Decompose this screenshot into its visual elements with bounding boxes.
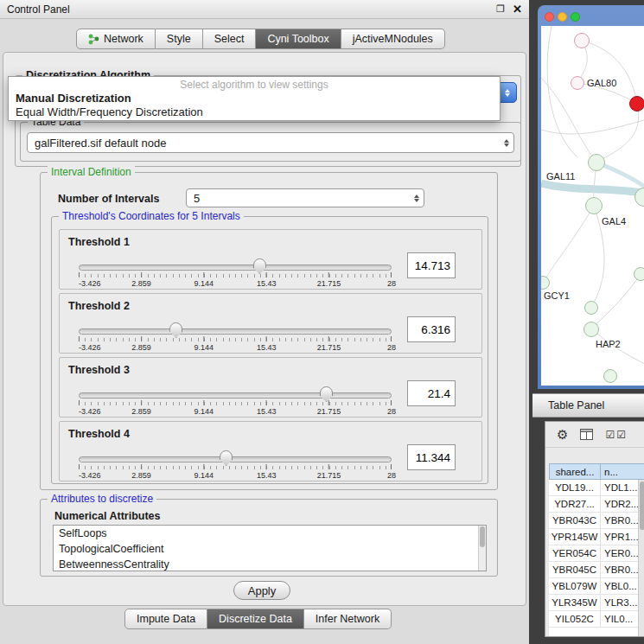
numerical-attributes-heading: Numerical Attributes xyxy=(54,510,160,522)
table-row[interactable]: YDL19...YDL1... xyxy=(549,480,644,496)
tick-label: 2.859 xyxy=(131,343,151,352)
float-window-icon[interactable]: ❐ xyxy=(496,3,505,15)
cyni-toolbox-panel: Discretization Algorithm Select algorith… xyxy=(3,52,526,606)
threshold-value-field[interactable] xyxy=(407,252,456,278)
gear-icon[interactable]: ⚙ xyxy=(557,427,568,443)
network-node[interactable] xyxy=(588,154,605,171)
zoom-traffic-light-icon[interactable] xyxy=(571,12,580,22)
slider-track[interactable] xyxy=(79,392,392,399)
tab-impute-data[interactable]: Impute Data xyxy=(124,609,207,629)
list-item[interactable]: SelfLoops xyxy=(54,526,486,541)
tick-label: 9.144 xyxy=(194,279,214,288)
threshold-slider[interactable]: -3.426 2.859 9.144 15.43 21.715 28 xyxy=(79,389,392,418)
table-row[interactable]: YER054CYER0... xyxy=(549,545,644,562)
network-node[interactable] xyxy=(574,33,590,48)
tab-cyni-toolbox[interactable]: Cyni Toolbox xyxy=(256,29,341,49)
tick-label: 21.715 xyxy=(317,279,341,288)
table-row[interactable]: YLR345WYLR3... xyxy=(549,595,644,611)
list-item[interactable]: TopologicalCoefficient xyxy=(54,541,486,557)
tab-select[interactable]: Select xyxy=(203,29,257,49)
threshold-slider[interactable]: -3.426 2.859 9.144 15.43 21.715 28 xyxy=(79,325,392,354)
slider-track[interactable] xyxy=(79,328,392,335)
table-row[interactable]: YIL052CYIL0... xyxy=(549,611,644,628)
slider-track[interactable] xyxy=(79,456,392,462)
apply-button[interactable]: Apply xyxy=(233,581,290,600)
algorithm-dropdown-popup: Select algorithm to view settings Manual… xyxy=(8,76,501,121)
column-header[interactable]: n... xyxy=(601,463,644,480)
network-view-window: GAL80 GAL11 GAL4 GCY1 HAP2 xyxy=(538,5,644,389)
tick-label: 15.43 xyxy=(257,279,277,288)
tab-select-label: Select xyxy=(214,33,245,45)
combo-arrows-icon xyxy=(504,133,509,152)
network-node[interactable] xyxy=(634,267,644,281)
tab-network[interactable]: Network xyxy=(76,29,156,49)
slider-track[interactable] xyxy=(79,265,392,271)
table-row[interactable]: YDR27...YDR2... xyxy=(549,496,644,513)
table-cell: YBL079W xyxy=(549,578,601,594)
number-of-intervals-value: 5 xyxy=(194,192,200,205)
table-cell: YIL052C xyxy=(549,611,601,627)
table-data-select[interactable]: galFiltered.sif default node xyxy=(27,132,514,153)
table-cell: YBR045C xyxy=(549,562,601,577)
bottom-tab-bar: Impute Data Discretize Data Infer Networ… xyxy=(124,609,392,629)
tick-label: -3.426 xyxy=(79,279,101,288)
tick-label: 2.859 xyxy=(131,471,151,480)
number-of-intervals-label: Number of Intervals xyxy=(58,193,159,205)
top-tab-bar: Network Style Select Cyni Toolbox jActiv… xyxy=(76,29,445,49)
table-row[interactable]: YPR145WYPR1... xyxy=(549,529,644,545)
table-data-selected-value: galFiltered.sif default node xyxy=(35,137,166,150)
table-cell: YLR345W xyxy=(549,595,601,610)
slider-ticks xyxy=(79,464,392,469)
threshold-value-field[interactable] xyxy=(407,316,456,342)
attributes-group-title: Attributes to discretize xyxy=(48,493,156,505)
control-panel-titlebar: Control Panel ❐ ✕ xyxy=(0,0,529,19)
number-of-intervals-select[interactable]: 5 xyxy=(186,188,424,207)
algorithm-option-manual[interactable]: Manual Discretization xyxy=(16,92,131,105)
close-window-icon[interactable]: ✕ xyxy=(513,3,522,16)
tick-label: 9.144 xyxy=(194,407,214,416)
tab-infer-network[interactable]: Infer Network xyxy=(304,609,392,629)
close-traffic-light-icon[interactable] xyxy=(545,12,554,22)
table-scrollbar[interactable] xyxy=(638,480,644,636)
tab-jactivemnodules[interactable]: jActiveMNodules xyxy=(341,29,445,49)
thresholds-group-title: Threshold's Coordinates for 5 Intervals xyxy=(59,210,244,222)
checkbox-icons[interactable]: ☑☑ xyxy=(605,429,628,441)
network-node[interactable] xyxy=(585,197,603,214)
table-cell: YDL19... xyxy=(549,480,601,495)
network-node[interactable] xyxy=(584,301,598,315)
algorithm-option-equal-width[interactable]: Equal Width/Frequency Discretization xyxy=(16,105,203,118)
table-row[interactable]: YBR043CYBR0... xyxy=(549,513,644,529)
threshold-slider[interactable]: -3.426 2.859 9.144 15.43 21.715 28 xyxy=(79,453,392,482)
list-scrollbar-thumb[interactable] xyxy=(480,526,485,547)
tab-discretize-data[interactable]: Discretize Data xyxy=(207,609,304,629)
network-node[interactable] xyxy=(583,322,599,337)
minimize-traffic-light-icon[interactable] xyxy=(558,12,567,22)
network-node[interactable] xyxy=(571,76,584,90)
network-canvas[interactable]: GAL80 GAL11 GAL4 GCY1 HAP2 xyxy=(541,26,644,386)
threshold-label: Threshold 3 xyxy=(68,364,130,376)
threshold-row: Threshold 4 -3.426 2.859 9.144 15.43 21.… xyxy=(59,421,482,481)
tick-label: 9.144 xyxy=(194,471,214,480)
table-scrollbar-thumb[interactable] xyxy=(640,481,644,530)
network-node-selected[interactable] xyxy=(629,96,644,112)
table-row[interactable]: YBR045CYBR0... xyxy=(549,562,644,578)
tab-infer-network-label: Infer Network xyxy=(316,613,379,625)
column-header[interactable]: shared... xyxy=(549,463,601,480)
list-item[interactable]: BetweennessCentrality xyxy=(54,557,486,571)
table-cell: YBR043C xyxy=(549,513,601,528)
table-row[interactable]: YBL079WYBL0... xyxy=(549,578,644,595)
columns-icon[interactable] xyxy=(580,429,593,440)
table-toolbar: ⚙ ☑☑ xyxy=(545,422,644,448)
tab-jactivemnodules-label: jActiveMNodules xyxy=(353,33,433,45)
apply-button-label: Apply xyxy=(248,584,277,597)
tab-network-label: Network xyxy=(104,33,143,45)
threshold-row: Threshold 3 -3.426 2.859 9.144 15.43 21.… xyxy=(59,357,482,418)
threshold-value-field[interactable] xyxy=(407,380,456,406)
network-node[interactable] xyxy=(603,369,617,383)
tab-style[interactable]: Style xyxy=(156,29,203,49)
numerical-attributes-list[interactable]: SelfLoops TopologicalCoefficient Between… xyxy=(53,525,487,571)
threshold-slider[interactable]: -3.426 2.859 9.144 15.43 21.715 28 xyxy=(79,261,392,290)
list-scrollbar[interactable] xyxy=(478,526,486,571)
slider-ticks xyxy=(79,336,392,341)
threshold-value-field[interactable] xyxy=(407,444,456,470)
